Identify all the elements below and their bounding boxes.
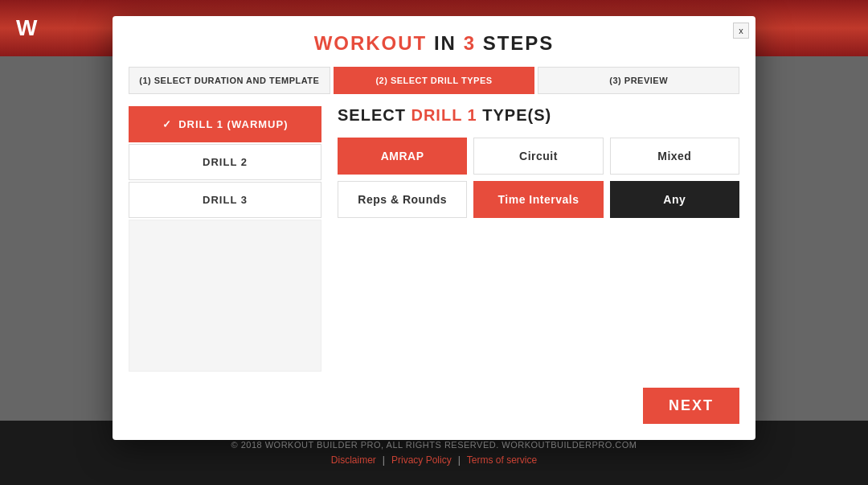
tab-step-1[interactable]: (1) SELECT DURATION AND TEMPLATE [129,67,330,94]
close-button[interactable]: x [733,23,749,39]
modal-body: ✓ DRILL 1 (WARMUP) DRILL 2 DRILL 3 SELEC… [113,106,755,388]
modal-overlay: x WORKOUT IN 3 STEPS (1) SELECT DURATION… [0,0,868,485]
drill-type-section: SELECT DRILL 1 TYPE(S) AMRAP Circuit Mix… [338,106,739,372]
title-3: 3 [464,32,476,54]
drill-list: ✓ DRILL 1 (WARMUP) DRILL 2 DRILL 3 [129,106,321,372]
type-btn-mixed[interactable]: Mixed [610,138,739,175]
tab-step-2[interactable]: (2) SELECT DRILL TYPES [334,67,535,94]
type-btn-amrap[interactable]: AMRAP [338,138,467,175]
modal: x WORKOUT IN 3 STEPS (1) SELECT DURATION… [113,16,755,440]
step-tabs: (1) SELECT DURATION AND TEMPLATE (2) SEL… [129,67,739,94]
tab-step-3[interactable]: (3) PREVIEW [538,67,739,94]
type-btn-circuit[interactable]: Circuit [473,138,603,175]
type-btn-reps-rounds[interactable]: Reps & Rounds [338,181,467,218]
title-drill-num: 1 [468,106,477,124]
title-select: SELECT [338,106,406,124]
modal-title: WORKOUT IN 3 STEPS [113,16,755,55]
next-btn-container: NEXT [113,388,755,440]
checkmark-icon: ✓ [162,118,172,130]
drill-item-1[interactable]: ✓ DRILL 1 (WARMUP) [129,106,321,142]
next-button[interactable]: NEXT [643,388,739,424]
title-drill: DRILL [411,106,462,124]
drill-item-3[interactable]: DRILL 3 [129,182,321,218]
drill-type-title: SELECT DRILL 1 TYPE(S) [338,106,739,125]
title-steps: STEPS [483,32,555,54]
type-btn-time-intervals[interactable]: Time Intervals [473,181,603,218]
type-btn-any[interactable]: Any [610,181,739,218]
type-buttons-grid: AMRAP Circuit Mixed Reps & Rounds Time I… [338,138,739,218]
drill-1-label: DRILL 1 (WARMUP) [178,118,288,130]
drill-item-empty [129,220,321,372]
title-types: TYPE(S) [482,106,551,124]
drill-item-2[interactable]: DRILL 2 [129,144,321,180]
title-workout: WORKOUT [314,32,428,54]
title-in: IN [434,32,464,54]
